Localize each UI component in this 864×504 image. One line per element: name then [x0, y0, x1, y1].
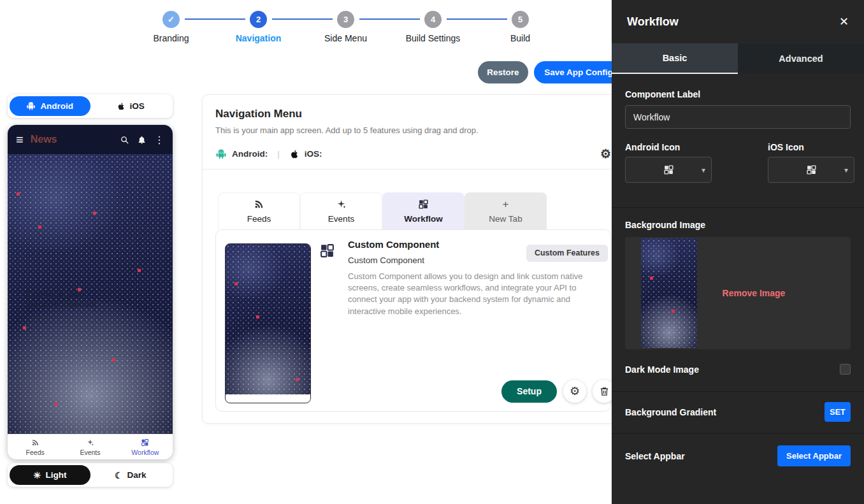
tab-label: New Tab: [489, 214, 522, 224]
sun-icon: ☀: [33, 471, 41, 480]
close-icon[interactable]: ✕: [839, 15, 849, 29]
step-indicator: 3: [337, 11, 354, 28]
bell-icon[interactable]: [137, 135, 147, 145]
platform-android-label: Android: [40, 101, 73, 111]
workflow-settings-panel: Workflow ✕ Basic Advanced Component Labe…: [612, 0, 864, 504]
component-settings-button[interactable]: ⚙: [563, 380, 586, 403]
step-navigation[interactable]: 2 Navigation: [215, 9, 302, 43]
background-image-label: Background Image: [625, 220, 851, 230]
background-image-box: Remove Image: [625, 237, 851, 349]
step-label: Side Menu: [302, 33, 389, 43]
thumbnail-bottom-bar: [226, 394, 310, 403]
set-gradient-button[interactable]: SET: [824, 402, 851, 422]
phone-appbar: ≡ News ⋮: [8, 125, 173, 154]
platform-ios-option[interactable]: iOS: [90, 96, 171, 116]
android-icon: [26, 101, 36, 111]
trash-icon: [599, 386, 610, 397]
theme-dark-option[interactable]: ☾ Dark: [90, 465, 171, 485]
navigation-menu-card: Navigation Menu This is your main app sc…: [202, 94, 624, 424]
component-label-input[interactable]: [625, 105, 851, 129]
theme-toggle: ☀ Light ☾ Dark: [8, 463, 173, 487]
remove-image-link[interactable]: Remove Image: [689, 237, 819, 349]
panel-tab-basic[interactable]: Basic: [612, 43, 738, 74]
step-indicator: 5: [512, 11, 529, 28]
step-label: Navigation: [215, 33, 302, 43]
card-title: Navigation Menu: [215, 108, 611, 120]
workflow-grid-icon: [418, 199, 429, 210]
ios-icon-select[interactable]: ▾: [768, 157, 854, 183]
workflow-grid-icon: [663, 164, 674, 175]
dark-mode-image-checkbox[interactable]: [840, 364, 851, 375]
component-grid-icon: [315, 239, 338, 262]
tab-label: Workflow: [404, 214, 443, 224]
ios-label: iOS:: [305, 149, 322, 159]
phone-tab-events[interactable]: Events: [62, 435, 117, 459]
hamburger-icon[interactable]: ≡: [16, 133, 24, 147]
phone-tab-workflow[interactable]: Workflow: [118, 435, 173, 459]
feature-tabs: Feeds Events Workflow + New Tab: [215, 192, 611, 229]
app-preview-phone: ≡ News ⋮ Customize your custom component…: [8, 125, 173, 459]
dark-mode-image-row: Dark Mode Image: [625, 364, 851, 375]
step-build-settings[interactable]: 4 Build Settings: [389, 9, 477, 43]
divider: [612, 433, 864, 434]
step-indicator: 2: [250, 11, 267, 28]
setup-button[interactable]: Setup: [501, 380, 557, 403]
android-icon-field-label: Android Icon: [625, 142, 712, 152]
step-side-menu[interactable]: 3 Side Menu: [302, 9, 389, 43]
platform-toggle: Android iOS: [8, 94, 173, 118]
workflow-feature-panel: Custom Component Custom Component Custom…: [215, 229, 611, 412]
step-build[interactable]: 5 Build: [477, 9, 564, 43]
phone-tab-feeds[interactable]: Feeds: [8, 435, 62, 459]
panel-tabs: Basic Advanced: [612, 43, 864, 74]
plus-icon: +: [503, 199, 509, 210]
workflow-grid-icon: [141, 438, 149, 447]
component-preview-thumbnail: [225, 243, 311, 403]
kebab-menu-icon[interactable]: ⋮: [154, 134, 164, 146]
component-description: Custom Component allows you to design an…: [348, 271, 604, 317]
save-app-config-button[interactable]: Save App Config: [534, 61, 623, 83]
phone-overlay-text: Customize your custom component: [25, 289, 108, 310]
chevron-down-icon: ▾: [702, 166, 705, 175]
settings-gear-icon[interactable]: ⚙: [600, 148, 611, 160]
divider-pipe: |: [277, 149, 280, 159]
step-label: Build: [477, 33, 564, 43]
search-icon[interactable]: [120, 135, 129, 145]
tab-label: Events: [328, 214, 354, 224]
sparkle-icon: [86, 438, 94, 447]
android-label: Android:: [232, 149, 268, 159]
divider: [612, 391, 864, 392]
theme-light-option[interactable]: ☀ Light: [10, 465, 90, 485]
ios-icon-field-label: iOS Icon: [768, 142, 854, 152]
tab-label: Feeds: [247, 214, 271, 224]
step-branding[interactable]: ✓ Branding: [127, 9, 215, 43]
restore-button[interactable]: Restore: [478, 61, 528, 83]
dark-mode-image-label: Dark Mode Image: [625, 364, 699, 375]
rss-icon: [254, 199, 264, 210]
android-icon-select[interactable]: ▾: [625, 157, 712, 183]
feature-actions: Setup ⚙: [501, 380, 616, 403]
check-icon: ✓: [162, 11, 180, 28]
tab-new-tab[interactable]: + New Tab: [464, 192, 547, 229]
phone-tab-label: Workflow: [131, 449, 159, 456]
sparkle-icon: [336, 199, 347, 210]
phone-app-title: News: [31, 134, 57, 145]
select-appbar-button[interactable]: Select Appbar: [777, 445, 851, 466]
tab-events[interactable]: Events: [300, 192, 382, 229]
icon-pickers: Android Icon ▾ iOS Icon ▾: [625, 142, 851, 183]
step-label: Build Settings: [389, 33, 477, 43]
panel-tab-advanced[interactable]: Advanced: [738, 43, 864, 74]
background-gradient-label: Background Gradient: [625, 407, 716, 417]
platform-android-option[interactable]: Android: [10, 96, 90, 116]
tab-feeds[interactable]: Feeds: [218, 192, 300, 229]
component-label-field-label: Component Label: [625, 89, 851, 99]
moon-icon: ☾: [115, 471, 123, 480]
phone-tab-label: Feeds: [26, 449, 45, 456]
panel-title: Workflow: [627, 15, 679, 29]
phone-bottom-nav: Feeds Events Workflow: [8, 434, 173, 459]
workflow-grid-icon: [806, 164, 817, 175]
tab-workflow[interactable]: Workflow: [382, 192, 464, 229]
android-icon: [215, 148, 227, 160]
card-subtitle: This is your main app screen. Add up to …: [215, 126, 611, 135]
divider: [612, 207, 864, 208]
panel-header: Workflow ✕: [612, 0, 864, 43]
